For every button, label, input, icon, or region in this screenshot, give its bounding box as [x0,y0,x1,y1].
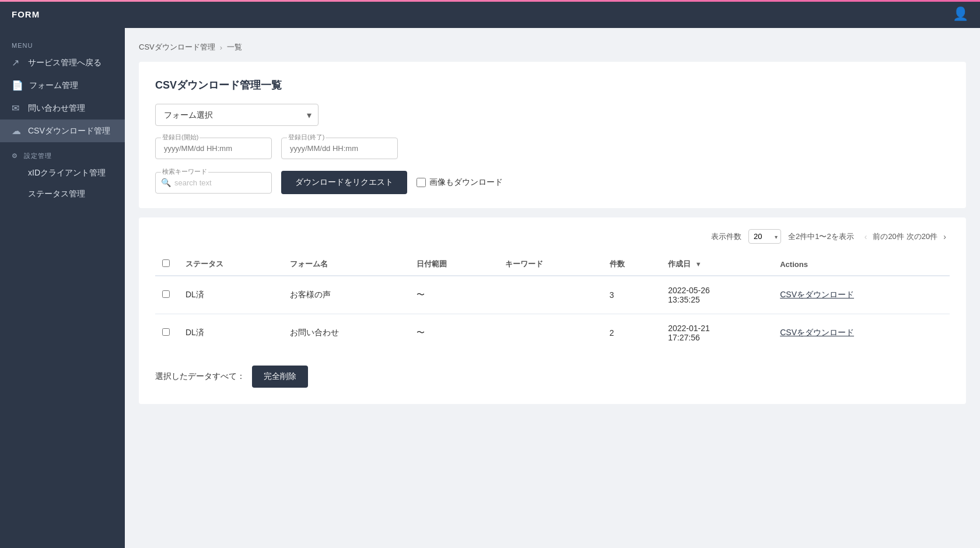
bottom-label: 選択したデータすべて： [155,371,245,382]
main-content: CSVダウンロード管理 › 一覧 CSVダウンロード管理一覧 フォーム選択 ▾ … [125,28,980,548]
td-count-0: 3 [603,276,661,314]
th-date-range: 日付範囲 [410,253,499,276]
download-request-button[interactable]: ダウンロードをリクエスト [281,171,407,194]
app-title: FORM [12,9,40,19]
td-checkbox-1 [155,314,178,352]
table-card: 表示件数 20 10 50 100 ▾ 全2件中1〜2を表示 ‹ 前の20件 次… [139,217,966,404]
td-date-range-0: 〜 [410,276,499,314]
sidebar-item-label-form: フォーム管理 [29,80,78,91]
sidebar-item-csv[interactable]: ☁ CSVダウンロード管理 [0,120,125,142]
pagination-row: 表示件数 20 10 50 100 ▾ 全2件中1〜2を表示 ‹ 前の20件 次… [155,229,950,244]
td-action-1: CSVをダウンロード [773,314,950,352]
image-download-checkbox[interactable] [416,178,426,187]
th-checkbox [155,253,178,276]
prev-label: 前の20件 [873,231,904,242]
keyword-label: 検索キーワード [161,167,208,176]
card-title: CSVダウンロード管理一覧 [155,78,950,92]
prev-page-button[interactable]: ‹ [861,230,871,244]
pagination-nav: ‹ 前の20件 次の20件 › [861,230,950,244]
table-row: DL済 お客様の声 〜 3 2022-05-2613:35:25 CSVをダウン… [155,276,950,314]
data-table: ステータス フォーム名 日付範囲 キーワード 件数 作成日 [155,253,950,352]
breadcrumb: CSVダウンロード管理 › 一覧 [139,42,966,52]
th-created-at[interactable]: 作成日 ▼ [661,253,773,276]
image-download-checkbox-label[interactable]: 画像もダウンロード [416,177,503,188]
td-created-at-0: 2022-05-2613:35:25 [661,276,773,314]
sidebar-item-label-inquiry: 問い合わせ管理 [28,103,85,114]
next-page-button[interactable]: › [940,230,950,244]
cloud-icon: ☁ [12,125,22,136]
th-status: ステータス [178,253,283,276]
menu-label: MENU [0,37,125,51]
per-page-wrapper: 20 10 50 100 ▾ [748,229,781,244]
external-link-icon: ↗ [12,57,22,68]
breadcrumb-separator: › [220,43,222,52]
search-row: 検索キーワード 🔍 ダウンロードをリクエスト 画像もダウンロード [155,171,950,194]
select-all-checkbox[interactable] [162,259,170,267]
pagination-info: 全2件中1〜2を表示 [788,231,854,242]
sidebar: MENU ↗ サービス管理へ戻る 📄 フォーム管理 ✉ 問い合わせ管理 ☁ CS… [0,28,125,548]
user-icon[interactable]: 👤 [953,6,968,22]
td-keyword-0 [498,276,603,314]
date-start-wrapper: 登録日(開始) [155,138,272,159]
topbar: FORM 👤 [0,0,980,28]
table-row: DL済 お問い合わせ 〜 2 2022-01-2117:27:56 CSVをダウ… [155,314,950,352]
td-action-0: CSVをダウンロード [773,276,950,314]
sidebar-item-label-service: サービス管理へ戻る [28,58,102,68]
mail-icon: ✉ [12,103,22,114]
breadcrumb-current: 一覧 [227,42,242,52]
td-created-at-1: 2022-01-2117:27:56 [661,314,773,352]
search-icon: 🔍 [161,178,171,187]
sidebar-item-form[interactable]: 📄 フォーム管理 [0,74,125,97]
td-form-name-1: お問い合わせ [283,314,410,352]
sidebar-item-label-csv: CSVダウンロード管理 [28,126,110,136]
td-keyword-1 [498,314,603,352]
td-form-name-0: お客様の声 [283,276,410,314]
td-count-1: 2 [603,314,661,352]
csv-download-link-1[interactable]: CSVをダウンロード [780,328,854,337]
per-page-label: 表示件数 [711,231,741,242]
td-status-0: DL済 [178,276,283,314]
sidebar-sub-label-status: ステータス管理 [28,189,85,199]
th-keyword: キーワード [498,253,603,276]
delete-button[interactable]: 完全削除 [252,366,308,388]
settings-section-label: ⚙ 設定管理 [0,142,125,163]
sidebar-item-status[interactable]: ステータス管理 [0,184,125,205]
breadcrumb-parent: CSVダウンロード管理 [139,42,215,52]
sidebar-item-inquiry[interactable]: ✉ 問い合わせ管理 [0,97,125,120]
sidebar-item-xid[interactable]: xIDクライアント管理 [0,163,125,184]
document-icon: 📄 [12,80,23,91]
per-page-select[interactable]: 20 10 50 100 [748,229,781,244]
keyword-wrapper: 検索キーワード 🔍 [155,172,272,194]
td-checkbox-0 [155,276,178,314]
td-date-range-1: 〜 [410,314,499,352]
th-form-name: フォーム名 [283,253,410,276]
th-count: 件数 [603,253,661,276]
table-header-row: ステータス フォーム名 日付範囲 キーワード 件数 作成日 [155,253,950,276]
date-end-wrapper: 登録日(終了) [281,138,398,159]
th-actions: Actions [773,253,950,276]
sidebar-item-service[interactable]: ↗ サービス管理へ戻る [0,51,125,74]
csv-download-link-0[interactable]: CSVをダウンロード [780,290,854,299]
image-download-label: 画像もダウンロード [429,177,503,188]
search-card: CSVダウンロード管理一覧 フォーム選択 ▾ 登録日(開始) 登録日(終了) [139,62,966,208]
next-label: 次の20件 [907,231,937,242]
row-checkbox-0[interactable] [162,290,170,298]
sidebar-sub-label-xid: xIDクライアント管理 [28,168,106,178]
row-checkbox-1[interactable] [162,328,170,336]
bottom-row: 選択したデータすべて： 完全削除 [155,366,950,388]
date-end-label: 登録日(終了) [287,133,326,142]
date-start-label: 登録日(開始) [161,133,200,142]
sort-icon: ▼ [695,261,702,268]
accent-bar [0,0,980,2]
td-status-1: DL済 [178,314,283,352]
form-select-wrapper: フォーム選択 ▾ [155,104,318,126]
form-select[interactable]: フォーム選択 [155,104,318,126]
gear-icon: ⚙ [12,152,18,159]
